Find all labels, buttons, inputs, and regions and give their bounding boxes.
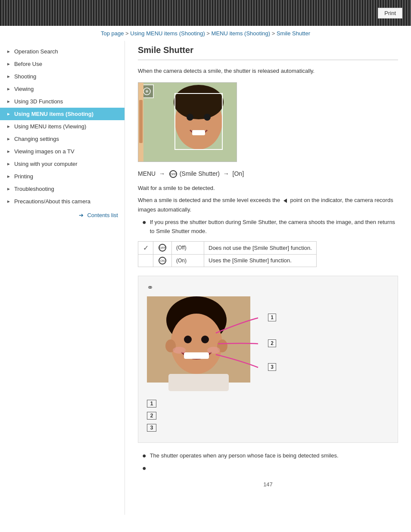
header: Print xyxy=(0,0,411,26)
arrow-icon: ► xyxy=(6,199,11,204)
on-desc-cell: Uses the [Smile Shutter] function. xyxy=(204,254,317,267)
page-layout: ► Operation Search ► Before Use ► Shooti… xyxy=(0,41,411,515)
numbered-item-1: 1 xyxy=(147,400,389,408)
svg-point-2 xyxy=(174,85,224,119)
sidebar-item-using-3d[interactable]: ► Using 3D Functions xyxy=(0,95,125,108)
camera-photo-svg xyxy=(138,83,237,162)
breadcrumb-top[interactable]: Top page xyxy=(101,30,124,37)
sidebar-item-operation-search[interactable]: ► Operation Search xyxy=(0,45,125,58)
sidebar-item-using-menu-viewing[interactable]: ► Using MENU items (Viewing) xyxy=(0,120,125,133)
arrow-icon: ► xyxy=(6,124,11,129)
num-box-1: 1 xyxy=(147,400,156,408)
numbered-item-2: 2 xyxy=(147,412,389,420)
bullet-dot: ● xyxy=(142,464,146,473)
sidebar-item-changing-settings[interactable]: ► Changing settings xyxy=(0,133,125,145)
svg-rect-11 xyxy=(139,100,143,143)
num-label-2: 2 xyxy=(268,339,276,347)
body-text-1: Wait for a smile to be detected. xyxy=(138,184,398,193)
arrow-icon: ► xyxy=(6,49,11,54)
page-number: 147 xyxy=(138,481,398,488)
table-row: (On) Uses the [Smile Shutter] function. xyxy=(138,254,317,267)
svg-point-21 xyxy=(207,347,220,354)
svg-rect-5 xyxy=(192,130,205,135)
on-label-cell: (On) xyxy=(172,254,204,267)
smile-on-icon-cell xyxy=(153,254,172,267)
smile-off-icon xyxy=(169,170,177,178)
svg-point-9 xyxy=(146,90,148,93)
intro-text: When the camera detects a smile, the shu… xyxy=(138,67,398,76)
svg-point-14 xyxy=(171,314,222,374)
num-label-1: 1 xyxy=(268,314,276,321)
camera-image xyxy=(138,82,237,162)
breadcrumb-smile-shutter[interactable]: Smile Shutter xyxy=(277,30,310,37)
off-desc-cell: Does not use the [Smile Shutter] functio… xyxy=(204,241,317,254)
triangle-indicator xyxy=(283,199,287,203)
svg-point-4 xyxy=(204,114,211,121)
arrow-icon: ► xyxy=(6,112,11,116)
breadcrumb-menu-items-shooting[interactable]: MENU items (Shooting) xyxy=(212,30,271,37)
arrow-icon: ► xyxy=(6,87,11,91)
arrow-icon: ► xyxy=(6,187,11,191)
arrow-icon: ► xyxy=(6,162,11,166)
girl-photo-svg xyxy=(147,296,276,391)
sidebar-item-shooting[interactable]: ► Shooting xyxy=(0,70,125,83)
bullet-dot: ● xyxy=(142,451,146,460)
contents-list-anchor[interactable]: Contents list xyxy=(87,212,118,218)
svg-point-20 xyxy=(173,347,186,354)
tip-icon: ⚭ xyxy=(147,283,389,292)
arrow-right-icon: ➔ xyxy=(79,212,84,218)
main-content: Smile Shutter When the camera detects a … xyxy=(125,41,411,515)
bottom-bullet-2: ● xyxy=(142,464,398,473)
page-title: Smile Shutter xyxy=(138,45,398,60)
svg-rect-22 xyxy=(168,374,229,391)
bottom-bullet-1: ● The shutter operates when any person w… xyxy=(142,451,398,460)
svg-rect-19 xyxy=(184,352,209,359)
breadcrumb: Top page > Using MENU items (Shooting) >… xyxy=(0,26,411,41)
sidebar: ► Operation Search ► Before Use ► Shooti… xyxy=(0,41,125,515)
arrow-icon: ► xyxy=(6,74,11,79)
sidebar-item-using-computer[interactable]: ► Using with your computer xyxy=(0,158,125,170)
arrow-icon: ► xyxy=(6,149,11,154)
sidebar-item-before-use[interactable]: ► Before Use xyxy=(0,58,125,70)
empty-icon-cell xyxy=(138,254,153,267)
girl-image-container: 1 2 3 xyxy=(147,296,276,395)
menu-instruction: MENU → (Smile Shutter) → [On] xyxy=(138,168,398,179)
contents-list-link[interactable]: ➔ Contents list xyxy=(0,208,125,223)
svg-point-17 xyxy=(184,336,192,343)
print-button[interactable]: Print xyxy=(378,8,402,19)
bullet-item-1: ● If you press the shutter button during… xyxy=(142,218,398,236)
tip-section: ⚭ xyxy=(138,276,398,443)
num-label-3: 3 xyxy=(268,363,276,371)
num-box-2: 2 xyxy=(147,412,156,420)
arrow-icon: ► xyxy=(6,99,11,104)
bullet-dot: ● xyxy=(142,218,146,227)
arrow-icon: ► xyxy=(6,137,11,141)
body-text-2: When a smile is detected and the smile l… xyxy=(138,196,398,215)
arrow-icon: ► xyxy=(6,62,11,66)
numbered-item-3: 3 xyxy=(147,424,389,432)
bottom-bullets: ● The shutter operates when any person w… xyxy=(138,451,398,473)
sidebar-item-precautions[interactable]: ► Precautions/About this camera xyxy=(0,195,125,208)
table-row: ✓ (Off) Does not use the [Smile Shutter]… xyxy=(138,241,317,254)
sidebar-item-viewing[interactable]: ► Viewing xyxy=(0,83,125,95)
num-box-3: 3 xyxy=(147,424,156,432)
arrow-icon: ► xyxy=(6,174,11,179)
check-icon-cell: ✓ xyxy=(138,241,153,254)
sidebar-item-viewing-tv[interactable]: ► Viewing images on a TV xyxy=(0,145,125,158)
function-table: ✓ (Off) Does not use the [Smile Shutter]… xyxy=(138,241,317,267)
svg-point-3 xyxy=(187,114,193,121)
sidebar-item-printing[interactable]: ► Printing xyxy=(0,170,125,183)
sidebar-item-using-menu-shooting[interactable]: ► Using MENU items (Shooting) xyxy=(0,108,125,120)
smile-off-icon-cell xyxy=(153,241,172,254)
breadcrumb-using-menu-shooting[interactable]: Using MENU items (Shooting) xyxy=(130,30,205,37)
off-label-cell: (Off) xyxy=(172,241,204,254)
sidebar-item-troubleshooting[interactable]: ► Troubleshooting xyxy=(0,183,125,195)
svg-point-18 xyxy=(201,336,209,343)
